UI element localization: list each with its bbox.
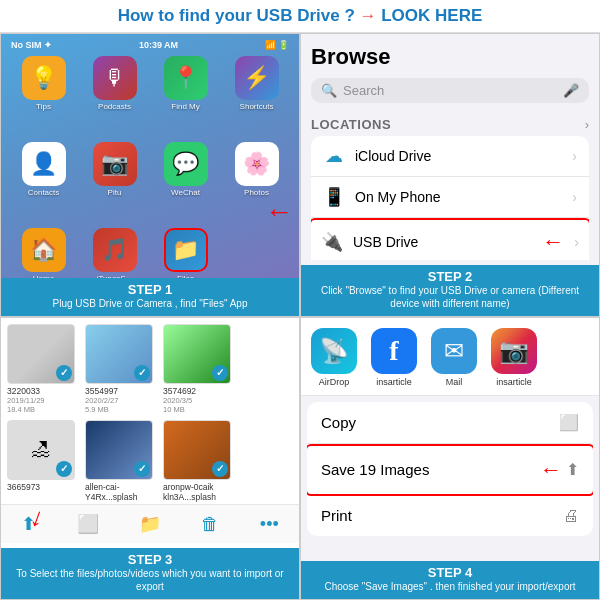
share-app-fb[interactable]: f insarticle — [371, 328, 417, 387]
status-right: 📶 🔋 — [265, 40, 289, 50]
thumb-size-2: 5.9 MB — [85, 405, 109, 414]
app-podcasts[interactable]: 🎙 Podcasts — [82, 56, 147, 136]
thumb-check-2: ✓ — [134, 365, 150, 381]
files-red-arrow: ← — [265, 196, 293, 228]
step4-title: STEP 4 — [307, 565, 593, 580]
fb-label: insarticle — [376, 377, 412, 387]
action-print[interactable]: Print 🖨 — [307, 496, 593, 536]
itunes-icon: 🎵 — [93, 228, 137, 272]
location-icloud[interactable]: ☁ iCloud Drive › — [311, 136, 589, 177]
app-grid: 💡 Tips 🎙 Podcasts 📍 Find My ⚡ Shortcuts — [5, 52, 295, 312]
mail-label: Mail — [446, 377, 463, 387]
thumb-img-1: ✓ — [7, 324, 75, 384]
wechat-icon: 💬 — [164, 142, 208, 186]
browse-title: Browse — [311, 44, 589, 70]
status-left: No SIM ✦ — [11, 40, 52, 50]
status-time: 10:39 AM — [139, 40, 178, 50]
step3-desc: To Select the files/photos/videos which … — [7, 567, 293, 593]
contacts-label: Contacts — [28, 188, 60, 197]
share-app-mail[interactable]: ✉ Mail — [431, 328, 477, 387]
mail-icon: ✉ — [431, 328, 477, 374]
location-usb[interactable]: 🔌 USB Drive ← › — [311, 218, 589, 260]
app-shortcuts[interactable]: ⚡ Shortcuts — [224, 56, 289, 136]
copy-icon: ⬜ — [559, 413, 579, 432]
header-title: How to find your USB Drive ? → LOOK HERE — [118, 6, 483, 25]
locations-label: Locations — [311, 117, 391, 132]
airdrop-label: AirDrop — [319, 377, 350, 387]
icloud-icon: ☁ — [323, 145, 345, 167]
step2-bar: STEP 2 Click "Browse" to find your USB D… — [301, 265, 599, 316]
thumb-item-1[interactable]: ✓ 3220033 2019/11/29 18.4 MB — [7, 324, 77, 414]
app-findmy[interactable]: 📍 Find My — [153, 56, 218, 136]
icloud-label: iCloud Drive — [355, 148, 562, 164]
app-wechat[interactable]: 💬 WeChat — [153, 142, 218, 222]
files-icon: 📁 — [164, 228, 208, 272]
instagram-label: insarticle — [496, 377, 532, 387]
thumb-check-6: ✓ — [212, 461, 228, 477]
usb-icon: 🔌 — [321, 231, 343, 253]
thumb-name-5: allen-cai-Y4Rx...splash — [85, 482, 155, 502]
instagram-icon: 📷 — [491, 328, 537, 374]
phone-label: On My Phone — [355, 189, 562, 205]
search-bar[interactable]: 🔍 Search 🎤 — [311, 78, 589, 103]
thumb-check-5: ✓ — [134, 461, 150, 477]
search-icon: 🔍 — [321, 83, 337, 98]
location-phone[interactable]: 📱 On My Phone › — [311, 177, 589, 218]
thumb-item-5[interactable]: ✓ allen-cai-Y4Rx...splash — [85, 420, 155, 502]
app-contacts[interactable]: 👤 Contacts — [11, 142, 76, 222]
app-pitu[interactable]: 📷 Pitu — [82, 142, 147, 222]
action-save-images[interactable]: Save 19 Images ← ⬆ — [307, 444, 593, 496]
search-placeholder: Search — [343, 83, 557, 98]
podcasts-label: Podcasts — [98, 102, 131, 111]
app-tips[interactable]: 💡 Tips — [11, 56, 76, 136]
thumb-name-4: 3665973 — [7, 482, 40, 492]
thumb-item-3[interactable]: ✓ 3574692 2020/3/5 10 MB — [163, 324, 233, 414]
phone-icon: 📱 — [323, 186, 345, 208]
thumb-row-2: 🏖 ✓ 3665973 ✓ allen-cai-Y4Rx...splash ✓ … — [7, 420, 293, 502]
status-bar: No SIM ✦ 10:39 AM 📶 🔋 — [5, 38, 295, 52]
tips-label: Tips — [36, 102, 51, 111]
thumb-img-4: 🏖 ✓ — [7, 420, 75, 480]
step3-bar: STEP 3 To Select the files/photos/videos… — [1, 548, 299, 599]
header-look: LOOK HERE — [381, 6, 482, 25]
print-label: Print — [321, 507, 352, 524]
share-content: 📡 AirDrop f insarticle ✉ Mail 📷 insartic… — [301, 318, 599, 544]
step4-desc: Choose "Save Images" . then finished you… — [307, 580, 593, 593]
share-app-airdrop[interactable]: 📡 AirDrop — [311, 328, 357, 387]
more-toolbar-icon[interactable]: ••• — [260, 514, 279, 535]
home-icon: 🏠 — [22, 228, 66, 272]
thumb-check-4: ✓ — [56, 461, 72, 477]
delete-toolbar-icon[interactable]: 🗑 — [201, 514, 219, 535]
fb-icon: f — [371, 328, 417, 374]
step1-desc: Plug USB Drive or Camera , find "Files" … — [7, 297, 293, 310]
thumb-date-2: 2020/2/27 — [85, 396, 118, 405]
thumb-item-2[interactable]: ✓ 3554997 2020/2/27 5.9 MB — [85, 324, 155, 414]
folder-toolbar-icon[interactable]: 📁 — [139, 513, 161, 535]
step2-cell: Browse 🔍 Search 🎤 Locations › ☁ iCloud D… — [300, 33, 600, 317]
copy-toolbar-icon[interactable]: ⬜ — [77, 513, 99, 535]
findmy-icon: 📍 — [164, 56, 208, 100]
thumb-item-4[interactable]: 🏖 ✓ 3665973 — [7, 420, 77, 502]
thumb-size-1: 18.4 MB — [7, 405, 35, 414]
thumb-date-3: 2020/3/5 — [163, 396, 192, 405]
save-images-label: Save 19 Images — [321, 461, 429, 478]
wechat-label: WeChat — [171, 188, 200, 197]
thumb-check-3: ✓ — [212, 365, 228, 381]
step3-cell: ✓ 3220033 2019/11/29 18.4 MB ✓ 3554997 2… — [0, 317, 300, 601]
shortcuts-icon: ⚡ — [235, 56, 279, 100]
step4-cell: 📡 AirDrop f insarticle ✉ Mail 📷 insartic… — [300, 317, 600, 601]
share-app-instagram[interactable]: 📷 insarticle — [491, 328, 537, 387]
step4-bar: STEP 4 Choose "Save Images" . then finis… — [301, 561, 599, 599]
thumb-name-6: aronpw-0caik kln3A...splash — [163, 482, 233, 502]
thumb-img-2: ✓ — [85, 324, 153, 384]
locations-list: ☁ iCloud Drive › 📱 On My Phone › 🔌 USB D… — [311, 136, 589, 260]
step1-bar: STEP 1 Plug USB Drive or Camera , find "… — [1, 278, 299, 316]
main-grid: No SIM ✦ 10:39 AM 📶 🔋 💡 Tips 🎙 Podcasts — [0, 33, 600, 600]
wifi-icon: 📶 — [265, 40, 276, 50]
step2-title: STEP 2 — [307, 269, 593, 284]
action-copy[interactable]: Copy ⬜ — [307, 402, 593, 444]
thumb-name-2: 3554997 — [85, 386, 118, 396]
contacts-icon: 👤 — [22, 142, 66, 186]
thumb-item-6[interactable]: ✓ aronpw-0caik kln3A...splash — [163, 420, 233, 502]
podcasts-icon: 🎙 — [93, 56, 137, 100]
